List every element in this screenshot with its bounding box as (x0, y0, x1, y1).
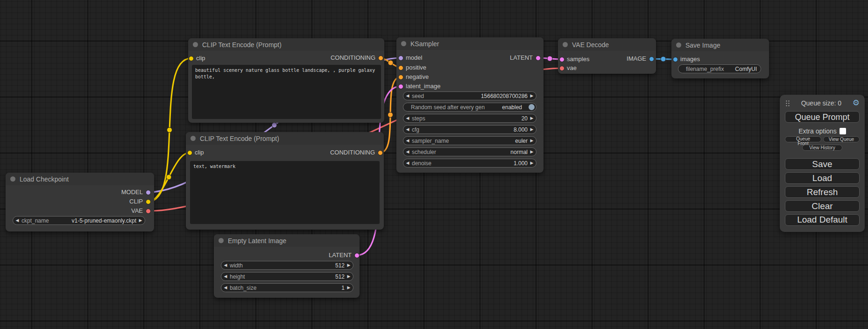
LATENT-output-port[interactable] (354, 253, 360, 258)
samples-input-port[interactable] (559, 57, 565, 62)
CONDITIONING-output-port[interactable] (378, 56, 383, 61)
node-collapse-dot-icon[interactable] (676, 42, 681, 48)
scheduler-widget[interactable]: ◀schedulernormal▶ (403, 147, 536, 156)
toggle-knob-icon[interactable] (529, 104, 535, 110)
node-ksampler[interactable]: KSamplermodelpositivenegativelatent_imag… (396, 37, 543, 173)
node-title-bar[interactable]: CLIP Text Encode (Prompt) (186, 132, 384, 145)
node-collapse-dot-icon[interactable] (10, 176, 15, 182)
filename_prefix-widget[interactable]: filename_prefixComfyUI (678, 64, 761, 73)
increment-arrow-icon[interactable]: ▶ (528, 159, 536, 167)
node-title-bar[interactable]: Save Image (671, 39, 769, 51)
load-default-button[interactable]: Load Default (785, 214, 860, 226)
CONDITIONING-output-port[interactable] (378, 150, 383, 155)
positive-input-label: positive (406, 64, 426, 71)
decrement-arrow-icon[interactable]: ◀ (403, 126, 412, 133)
increment-arrow-icon[interactable]: ▶ (528, 137, 536, 145)
node-load_checkpoint[interactable]: Load CheckpointMODELCLIPVAE◀ckpt_namev1-… (6, 173, 154, 231)
increment-arrow-icon[interactable]: ▶ (528, 126, 536, 133)
clip-input-port[interactable] (189, 56, 194, 61)
CLIP-output-port[interactable] (146, 199, 151, 204)
steps-widget[interactable]: ◀steps20▶ (403, 114, 536, 123)
node-clip_text_encode_positive[interactable]: CLIP Text Encode (Prompt)clipCONDITIONIN… (188, 38, 384, 123)
increment-arrow-icon[interactable]: ▶ (345, 273, 353, 280)
node-collapse-dot-icon[interactable] (401, 41, 406, 46)
vae-input-port[interactable] (559, 66, 565, 71)
widget-value: 1 (341, 285, 345, 291)
ckpt_name-widget[interactable]: ◀ckpt_namev1-5-pruned-emaonly.ckpt▶ (13, 216, 145, 225)
load-button[interactable]: Load (785, 172, 860, 184)
MODEL-output-label: MODEL (121, 189, 143, 196)
prompt-textarea[interactable]: text, watermark (190, 161, 380, 224)
refresh-button[interactable]: Refresh (785, 186, 860, 198)
node-title: CLIP Text Encode (Prompt) (202, 41, 282, 49)
node-title: VAE Decode (572, 41, 609, 49)
node-collapse-dot-icon[interactable] (191, 136, 196, 141)
save-button[interactable]: Save (785, 158, 860, 170)
node-vae_decode[interactable]: VAE DecodesamplesvaeIMAGE (558, 38, 656, 74)
Random seed after every gen-widget[interactable]: Random seed after every genenabled (403, 103, 536, 112)
clip-input-port[interactable] (187, 150, 192, 155)
model-input-port[interactable] (398, 56, 403, 61)
decrement-arrow-icon[interactable]: ◀ (403, 114, 412, 122)
clear-button[interactable]: Clear (785, 200, 860, 212)
link-midpoint-dot (388, 60, 393, 65)
node-title-bar[interactable]: Empty Latent Image (214, 234, 360, 247)
widget-value: 512 (335, 273, 345, 280)
seed-widget[interactable]: ◀seed156680208700286▶ (403, 91, 536, 100)
settings-gear-icon[interactable]: ⚙ (853, 99, 860, 107)
node-clip_text_encode_negative[interactable]: CLIP Text Encode (Prompt)clipCONDITIONIN… (186, 132, 384, 230)
node-title-bar[interactable]: KSampler (396, 37, 543, 50)
cfg-widget[interactable]: ◀cfg8.000▶ (403, 125, 536, 134)
prompt-textarea[interactable]: beautiful scenery nature glass bottle la… (192, 65, 381, 119)
increment-arrow-icon[interactable]: ▶ (345, 261, 353, 269)
height-widget[interactable]: ◀height512▶ (221, 272, 353, 281)
view-queue-button[interactable]: View Queue (823, 136, 860, 142)
negative-input-port[interactable] (398, 75, 403, 80)
latent_image-input-port[interactable] (398, 84, 403, 89)
IMAGE-output-port[interactable] (649, 56, 654, 62)
queue-front-button[interactable]: Queue Front (785, 136, 821, 142)
increment-arrow-icon[interactable]: ▶ (528, 92, 536, 100)
widget-value: 156680208700286 (481, 93, 528, 99)
node-title-bar[interactable]: VAE Decode (558, 38, 656, 51)
increment-arrow-icon[interactable]: ▶ (528, 148, 536, 156)
decrement-arrow-icon[interactable]: ◀ (403, 159, 412, 167)
increment-arrow-icon[interactable]: ▶ (345, 284, 353, 292)
node-save_image[interactable]: Save Imageimagesfilename_prefixComfyUI (671, 39, 769, 78)
node-collapse-dot-icon[interactable] (563, 42, 568, 47)
widget-value: v1-5-pruned-emaonly.ckpt (71, 217, 136, 224)
batch_size-widget[interactable]: ◀batch_size1▶ (221, 283, 353, 292)
images-input-port[interactable] (673, 57, 678, 62)
decrement-arrow-icon[interactable]: ◀ (221, 261, 230, 269)
extra-options-label: Extra options (798, 127, 837, 135)
vae-input-label: vae (567, 64, 577, 72)
decrement-arrow-icon[interactable]: ◀ (13, 217, 21, 224)
node-title-bar[interactable]: Load Checkpoint (6, 173, 154, 185)
decrement-arrow-icon[interactable]: ◀ (221, 284, 230, 292)
view-history-button[interactable]: View History (802, 145, 842, 151)
positive-input-port[interactable] (398, 65, 403, 70)
decrement-arrow-icon[interactable]: ◀ (403, 137, 412, 145)
LATENT-output-port[interactable] (536, 56, 541, 61)
MODEL-output-port[interactable] (146, 190, 151, 195)
denoise-widget[interactable]: ◀denoise1.000▶ (403, 159, 536, 168)
CONDITIONING-output-label: CONDITIONING (330, 149, 375, 156)
queue-drag-handle-icon[interactable] (785, 99, 790, 106)
clip-input-label: clip (196, 55, 205, 62)
queue-prompt-button[interactable]: Queue Prompt (785, 111, 860, 123)
increment-arrow-icon[interactable]: ▶ (136, 217, 145, 224)
extra-options-checkbox[interactable] (840, 128, 846, 134)
width-widget[interactable]: ◀width512▶ (221, 261, 353, 270)
decrement-arrow-icon[interactable]: ◀ (221, 273, 230, 280)
node-collapse-dot-icon[interactable] (219, 238, 224, 243)
queue-panel-header: Queue size: 0 ⚙ (785, 98, 860, 107)
node-empty_latent_image[interactable]: Empty Latent ImageLATENT◀width512▶◀heigh… (214, 234, 360, 298)
node-title-bar[interactable]: CLIP Text Encode (Prompt) (188, 38, 384, 51)
widget-label: steps (412, 115, 425, 122)
decrement-arrow-icon[interactable]: ◀ (403, 148, 412, 156)
decrement-arrow-icon[interactable]: ◀ (403, 92, 412, 100)
node-collapse-dot-icon[interactable] (193, 42, 198, 47)
VAE-output-port[interactable] (146, 209, 151, 214)
sampler_name-widget[interactable]: ◀sampler_nameeuler▶ (403, 136, 536, 145)
increment-arrow-icon[interactable]: ▶ (528, 114, 536, 122)
